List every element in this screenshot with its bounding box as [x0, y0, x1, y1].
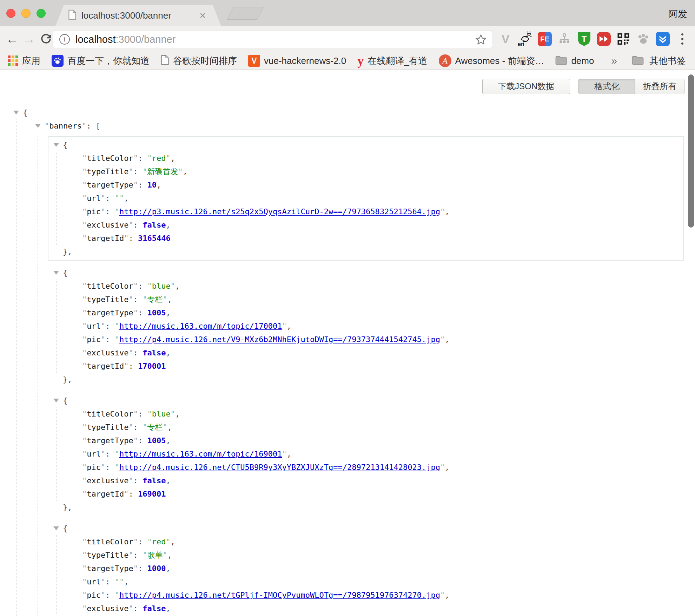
bookmark-baidu[interactable]: 百度一下，你就知道	[52, 55, 150, 67]
json-token: "	[163, 551, 167, 559]
json-token: "	[82, 604, 87, 613]
json-link[interactable]: http://music.163.com/m/topic/170001	[119, 322, 282, 330]
page-info-icon[interactable]: i	[59, 34, 70, 45]
banner-object-props: "titleColor": "red","typeTitle": "歌单","t…	[56, 535, 683, 615]
json-token: ,	[124, 577, 128, 586]
browser-menu-icon[interactable]	[673, 26, 692, 52]
json-token: "	[82, 476, 87, 485]
collapse-triangle-icon[interactable]	[53, 399, 59, 402]
profile-name[interactable]: 阿发	[668, 8, 687, 20]
json-token: exclusive	[87, 221, 128, 229]
json-token: "	[82, 282, 87, 290]
new-tab-button[interactable]	[227, 7, 264, 20]
collapse-triangle-icon[interactable]	[53, 143, 59, 147]
json-link[interactable]: http://p3.music.126.net/s25q2x5QyqsAzilC…	[119, 207, 440, 216]
back-icon[interactable]: ←	[4, 26, 20, 52]
address-bar[interactable]: i localhost:3000/banner	[53, 31, 492, 48]
json-token: {	[63, 268, 67, 277]
bookmark-star-icon[interactable]	[475, 34, 487, 47]
json-token: targetId	[87, 234, 124, 243]
json-token: "	[133, 537, 138, 546]
json-token: "	[124, 234, 128, 243]
json-token: :	[128, 234, 138, 243]
json-token: "	[82, 207, 87, 216]
json-token: {	[23, 108, 27, 117]
json-token: targetType	[87, 564, 133, 573]
json-token: "	[133, 181, 138, 189]
folder-icon	[555, 55, 567, 66]
minimize-window-button[interactable]	[21, 9, 31, 18]
scrollbar-thumb[interactable]	[688, 74, 694, 228]
collapse-triangle-icon[interactable]	[13, 111, 19, 114]
close-window-button[interactable]	[6, 9, 15, 18]
collapse-triangle-icon[interactable]	[35, 124, 41, 128]
json-token: 10	[147, 181, 157, 189]
bookmark-vue-hackernews[interactable]: V vue-hackernews-2.0	[248, 55, 346, 67]
bookmark-awesomes[interactable]: A Awesomes - 前端资…	[439, 54, 544, 67]
format-button[interactable]: 格式化	[579, 79, 635, 94]
json-line: {	[53, 266, 683, 280]
paw-icon[interactable]	[633, 26, 653, 52]
json-token: url	[87, 577, 101, 586]
json-token: pic	[87, 207, 101, 216]
json-token: "	[128, 604, 133, 613]
zoom-window-button[interactable]	[37, 9, 46, 18]
json-line: "targetType": 1005,	[82, 434, 683, 447]
collapse-triangle-icon[interactable]	[53, 526, 59, 530]
octotree-icon[interactable]	[555, 26, 574, 52]
json-token: :	[133, 167, 143, 176]
fe-helper-icon[interactable]: FE	[535, 26, 555, 52]
json-token: "	[128, 551, 133, 559]
json-line: "pic": "http://p4.music.126.net/CTU5B9R9…	[82, 461, 683, 474]
json-link[interactable]: http://p4.music.126.net/CTU5B9R9y3XyYBZX…	[119, 463, 440, 472]
translate-icon[interactable]: 英 en	[515, 26, 535, 52]
json-token: "	[115, 207, 119, 216]
json-token: :	[105, 322, 115, 330]
youdao-icon: y	[357, 53, 364, 68]
json-line: "url": "",	[82, 192, 683, 205]
page-icon	[161, 55, 169, 67]
bookmarks-overflow-icon[interactable]: »	[611, 55, 617, 67]
reload-icon[interactable]	[38, 26, 54, 52]
fast-forward-icon[interactable]	[594, 26, 614, 52]
json-token: "	[128, 476, 133, 485]
browser-tab[interactable]: localhost:3000/banner ×	[55, 5, 221, 26]
forward-icon[interactable]: →	[21, 26, 37, 52]
vue-devtools-icon[interactable]: V	[496, 26, 515, 52]
json-token: exclusive	[87, 604, 128, 613]
json-link[interactable]: http://p4.music.126.net/V9-MXz6b2MNhEKju…	[119, 335, 440, 344]
json-token: "	[124, 490, 128, 498]
json-line: "typeTitle": "专栏",	[82, 421, 683, 434]
json-line: "titleColor": "blue",	[82, 407, 683, 421]
page-content: 下载JSON数据 格式化 折叠所有 {"banners": [{"titleCo…	[0, 71, 695, 616]
json-token: 170001	[138, 362, 166, 371]
qr-code-icon[interactable]	[614, 26, 633, 52]
json-token: ,	[445, 207, 449, 216]
json-line: "exclusive": false,	[82, 474, 683, 487]
tab-close-icon[interactable]: ×	[199, 10, 206, 21]
download-json-button[interactable]: 下载JSON数据	[482, 79, 570, 94]
collapse-all-button[interactable]: 折叠所有	[635, 79, 684, 94]
download-manager-icon[interactable]	[653, 26, 673, 52]
json-token: :	[105, 335, 115, 344]
json-line: "titleColor": "blue",	[82, 280, 683, 293]
json-token: "	[82, 322, 87, 330]
tampermonkey-shield-icon[interactable]: T	[574, 26, 594, 52]
collapse-triangle-icon[interactable]	[53, 271, 59, 275]
json-token: "	[128, 423, 133, 432]
json-token: ,	[157, 181, 161, 189]
bookmark-apps[interactable]: 应用	[8, 55, 40, 67]
bookmark-folder-demo[interactable]: demo	[555, 55, 594, 66]
json-token: :	[138, 436, 147, 445]
json-token: "	[143, 423, 147, 432]
json-link[interactable]: http://music.163.com/m/topic/169001	[119, 450, 282, 458]
bookmark-youdao[interactable]: y 在线翻译_有道	[357, 53, 427, 68]
json-link[interactable]: http://p4.music.126.net/tGPljf-IMOCyPvum…	[119, 591, 440, 599]
json-token: "	[82, 167, 87, 176]
other-bookmarks-label[interactable]: 其他书签	[649, 55, 686, 67]
awesomes-icon: A	[439, 54, 451, 67]
bookmark-google-sort[interactable]: 谷歌按时间排序	[161, 55, 237, 67]
json-token: "	[133, 282, 138, 290]
json-token: banners	[49, 122, 82, 130]
json-token: "	[101, 463, 105, 472]
